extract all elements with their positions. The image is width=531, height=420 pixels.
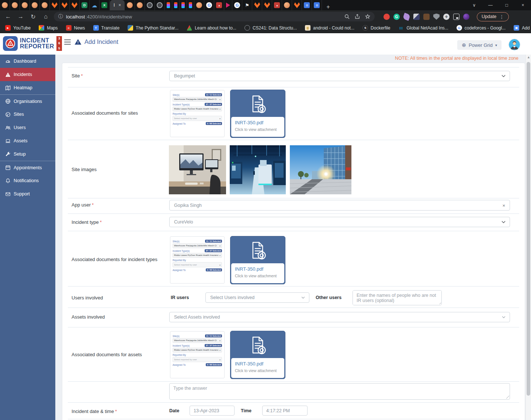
address-bar[interactable]: ⓘ localhost :4200/#/incidents/new — [54, 12, 375, 21]
browser-tab[interactable] — [135, 0, 145, 10]
sidebar-item-organisations[interactable]: Organisations — [0, 94, 55, 108]
date-input[interactable] — [190, 406, 235, 416]
maximize-button[interactable]: □ — [499, 0, 515, 10]
sidebar-toggle-icon[interactable] — [64, 39, 71, 45]
browser-tab[interactable]: ⚑ — [242, 0, 252, 10]
incident-type-select[interactable]: CureVelo — [169, 217, 510, 227]
scrollbar[interactable]: ▲ — [525, 55, 531, 420]
forward-button[interactable]: → — [16, 13, 25, 20]
time-input[interactable] — [262, 406, 308, 416]
bookmark-item[interactable]: YouTube — [5, 25, 31, 31]
profile-extension-icon[interactable] — [463, 14, 469, 20]
fox-extension-icon[interactable] — [423, 14, 430, 20]
browser-tab[interactable] — [194, 0, 204, 10]
document-preview-thumbnail[interactable]: Site(s) 11 / 11 Selected Warehouse Panja… — [170, 331, 225, 378]
site-info-icon[interactable]: ⓘ — [58, 13, 63, 20]
browser-tab[interactable] — [70, 0, 80, 10]
active-tab[interactable]: I × — [110, 0, 125, 10]
browser-tab[interactable] — [292, 0, 302, 10]
browser-tab[interactable] — [0, 0, 10, 10]
bookmark-item[interactable]: News — [66, 25, 85, 31]
browser-tab[interactable]: ☁ — [90, 0, 100, 10]
sidebar-item-support[interactable]: Support — [0, 187, 55, 201]
browser-tab[interactable]: G — [204, 0, 214, 10]
sidebar-item-incidents[interactable]: Incidents — [0, 68, 55, 81]
other-users-textarea[interactable] — [353, 290, 442, 305]
bookmark-item[interactable]: Translate — [93, 25, 120, 31]
minimize-button[interactable]: — — [482, 0, 499, 10]
ir-users-select[interactable]: Select Users involved — [205, 292, 309, 303]
browser-tab[interactable] — [40, 0, 50, 10]
browser-tab[interactable]: ≡ — [302, 0, 312, 10]
browser-tab[interactable]: ≡ — [312, 0, 322, 10]
browser-tab[interactable] — [145, 0, 155, 10]
bookmark-item[interactable]: Global NetAcad Ins... — [398, 25, 448, 31]
sidebar-item-assets[interactable]: Assets — [0, 134, 55, 147]
browser-tab[interactable]: ▲ — [214, 0, 224, 10]
close-window-button[interactable]: × — [515, 0, 531, 10]
site-image-office-building-exterior[interactable] — [290, 145, 351, 194]
grammarly-extension-icon[interactable]: G — [393, 14, 400, 20]
close-tab-icon[interactable]: × — [118, 3, 121, 8]
browser-tab[interactable] — [282, 0, 292, 10]
organisation-selector[interactable]: ⊕ Power Grid ▾ — [457, 40, 502, 50]
reload-button[interactable]: ↻ — [29, 13, 38, 20]
browser-tab[interactable] — [10, 0, 20, 10]
bookmark-item[interactable]: Dockerfile — [362, 25, 390, 31]
attachment-card[interactable]: INRT-350.pdf Click to view attachment — [230, 331, 285, 379]
sidebar-item-sites[interactable]: Sites — [0, 108, 55, 121]
browser-menu-icon[interactable]: ⋮ — [499, 14, 504, 20]
attachment-card[interactable]: INRT-350.pdf Click to view attachment — [230, 236, 285, 284]
sidebar-item-users[interactable]: Users — [0, 121, 55, 134]
bookmark-item[interactable]: Learn about how to... — [187, 25, 236, 31]
bookmark-item[interactable]: android - Could not... — [305, 25, 354, 31]
browser-tab[interactable]: X — [100, 0, 110, 10]
attachment-filename[interactable]: INRT-350.pdf — [235, 266, 281, 272]
back-button[interactable]: ← — [4, 13, 13, 20]
attachment-card[interactable]: INRT-350.pdf Click to view attachment — [230, 90, 285, 138]
browser-tab[interactable] — [187, 0, 194, 10]
bookmark-item[interactable]: Add Image to Vide... — [514, 25, 531, 31]
app-logo[interactable]: INCIDENT REPORTER 365 — [3, 36, 62, 51]
browser-tab[interactable] — [60, 0, 70, 10]
browser-tab[interactable] — [50, 0, 60, 10]
resize-grip-icon[interactable] — [438, 301, 441, 305]
scrollbar-up-icon[interactable]: ▲ — [526, 55, 531, 59]
sidebar-item-setup[interactable]: Setup — [0, 147, 55, 161]
browser-tab[interactable]: ▲ — [272, 0, 282, 10]
app-user-input[interactable]: Gopika Singh × — [169, 200, 510, 211]
sidebar-item-dashboard[interactable]: Dashboard — [0, 55, 55, 68]
document-preview-thumbnail[interactable]: Site(s) 11 / 11 Selected Warehouse Panja… — [170, 90, 225, 137]
update-button[interactable]: Update ⋮ — [477, 12, 509, 21]
home-button[interactable]: ⌂ — [41, 13, 50, 20]
pip-extension-icon[interactable] — [453, 14, 459, 20]
user-avatar[interactable] — [509, 39, 520, 50]
browser-tab[interactable] — [155, 0, 165, 10]
sidebar-item-appointments[interactable]: Appointments — [0, 161, 55, 174]
share-icon[interactable] — [355, 14, 360, 19]
attachment-filename[interactable]: INRT-350.pdf — [235, 120, 281, 125]
clear-icon[interactable]: × — [502, 202, 505, 208]
sidebar-item-heatmap[interactable]: Heatmap — [0, 81, 55, 94]
bookmark-item[interactable]: codeforces - Googl... — [457, 25, 506, 31]
new-tab-button[interactable]: + — [322, 4, 334, 10]
browser-tab[interactable] — [125, 0, 135, 10]
sidebar-item-notifications[interactable]: Notifications — [0, 174, 55, 187]
site-image-desk-with-monitors[interactable] — [169, 145, 226, 194]
picker-extension-icon[interactable] — [413, 14, 420, 20]
browser-tab[interactable] — [20, 0, 30, 10]
browser-tab[interactable] — [252, 0, 262, 10]
bookmark-item[interactable]: CS241: Data Structu... — [244, 25, 297, 31]
browser-tab[interactable] — [224, 0, 232, 10]
tab-search-icon[interactable]: ∨ — [466, 0, 482, 10]
assets-involved-select[interactable]: Select Assets involved — [169, 312, 510, 322]
attachment-filename[interactable]: INRT-350.pdf — [235, 361, 281, 367]
bookmark-item[interactable]: Maps — [39, 25, 58, 31]
browser-tab[interactable] — [172, 0, 180, 10]
browser-tab[interactable] — [180, 0, 187, 10]
answer-textarea[interactable] — [169, 383, 510, 400]
resize-grip-icon[interactable] — [506, 396, 510, 399]
star-icon[interactable] — [365, 14, 370, 19]
scrollbar-thumb[interactable] — [527, 62, 530, 396]
shield-extension-icon[interactable] — [433, 14, 440, 20]
